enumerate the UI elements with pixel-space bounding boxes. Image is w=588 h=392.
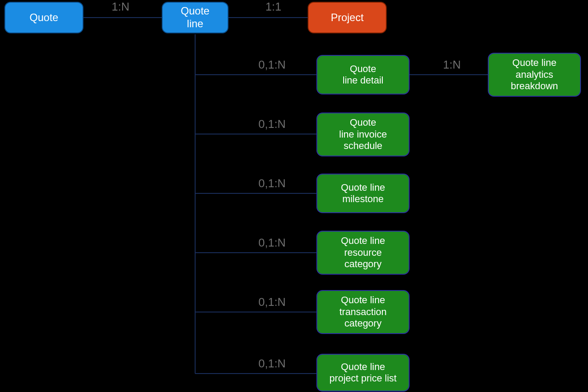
entity-quote-line-invoice-schedule: Quote line invoice schedule	[316, 113, 410, 156]
relation-quote-to-quoteline: 1:N	[112, 0, 129, 14]
relation-quoteline-to-milestone: 0,1:N	[258, 177, 286, 190]
entity-project: Project	[308, 2, 387, 33]
entity-quote-line-detail: Quote line detail	[316, 55, 410, 94]
relation-quoteline-to-pricelist: 0,1:N	[258, 357, 286, 370]
relation-detail-to-analytics: 1:N	[443, 58, 461, 72]
relation-quoteline-to-resource: 0,1:N	[258, 236, 286, 250]
er-diagram: Quote Quote line Project Quote line deta…	[0, 0, 588, 392]
entity-quote-line-analytics-breakdown: Quote line analytics breakdown	[488, 53, 581, 97]
relation-quoteline-to-txn: 0,1:N	[258, 295, 286, 309]
entity-quote-line-milestone: Quote line milestone	[316, 174, 410, 213]
entity-quote-line-transaction-category: Quote line transaction category	[316, 290, 410, 334]
relation-quoteline-to-detail: 0,1:N	[258, 58, 286, 72]
relation-quoteline-to-invoice: 0,1:N	[258, 117, 286, 131]
entity-quote-line-project-price-list: Quote line project price list	[316, 354, 410, 392]
entity-quote: Quote	[4, 2, 83, 33]
entity-quote-line: Quote line	[162, 2, 229, 33]
relation-quoteline-to-project: 1:1	[265, 0, 281, 14]
entity-quote-line-resource-category: Quote line resource category	[316, 231, 410, 275]
